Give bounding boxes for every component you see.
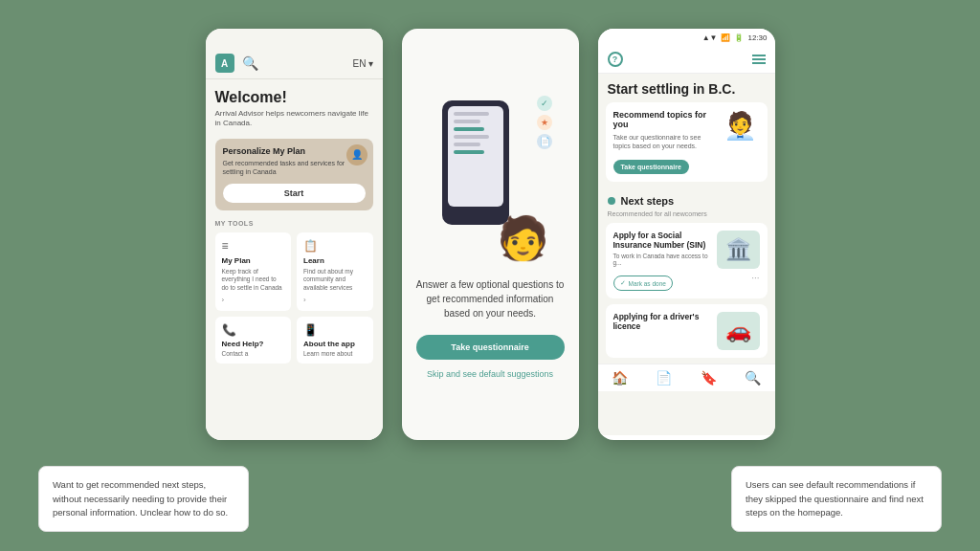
next-steps-dot [608,197,615,205]
float-icon-check: ✓ [537,96,552,111]
welcome-title: Welcome! [215,89,373,106]
illus-check-line [454,127,484,131]
step-text-1: Apply for a Social Insurance Number (SIN… [613,231,709,291]
illus-line-4 [454,143,480,146]
page-title: Start settling in B.C. [608,81,766,97]
illus-check-line-2 [454,150,484,154]
my-plan-title: My Plan [222,256,285,265]
battery-icon: 🔋 [734,33,744,42]
left-phone: A 🔍 EN ▾ Welcome! Arrival Advisor helps … [206,29,383,440]
step-desc-1: To work in Canada have access to g... [613,253,709,266]
step-text-2: Applying for a driver's licence [613,312,709,334]
right-header: Start settling in B.C. [598,74,775,102]
right-nav-bar: ? [598,46,775,74]
about-app-title: About the app [303,340,367,348]
illus-line-3 [454,135,489,139]
recommend-text-area: Recommend topics for you Take our questi… [613,110,714,174]
about-app-sub: Learn more about [303,350,367,357]
tools-section-label: MY TOOLS [215,220,373,227]
nav-home[interactable]: 🏠 [612,370,628,386]
my-plan-arrow: › [222,296,285,304]
annotation-right-text: Users can see default recommendations if… [746,479,924,518]
wifi-icon: ▲▼ [702,33,718,42]
bottom-tools: 📞 Need Help? Contact a 📱 About the app L… [215,317,373,364]
step-title-1: Apply for a Social Insurance Number (SIN… [613,231,709,250]
step-image-1: 🏛️ [717,231,760,269]
plan-card[interactable]: 👤 Personalize My Plan Get recommended ta… [215,139,373,210]
bottom-nav: 🏠 📄 🔖 🔍 [598,364,775,391]
annotation-left: Want to get recommended next steps, with… [38,466,249,532]
chevron-down-icon: ▾ [368,58,373,69]
need-help-tool[interactable]: 📞 Need Help? Contact a [215,317,292,364]
mobile-icon: 📱 [303,323,367,337]
check-icon: ✓ [620,279,626,287]
nav-document[interactable]: 📄 [656,370,672,386]
middle-phone: 🧑 ✓ ★ 📄 Answer a few optional questions … [402,29,579,440]
step-card-2: Applying for a driver's licence 🚗 [606,304,768,358]
recommend-illustration: 🧑‍💼 [722,110,760,174]
right-phone: ▲▼ 📶 🔋 12:30 ? Start settling in B.C. Re… [598,29,775,440]
float-icons: ✓ ★ 📄 [537,96,552,149]
recommend-title: Recommend topics for you [613,110,714,129]
plan-card-subtitle: Get recommended tasks and services for s… [223,159,366,176]
plan-card-title: Personalize My Plan [223,146,366,156]
step-image-2: 🚗 [717,312,760,350]
my-plan-icon: ≡ [222,239,285,253]
language-label: EN [353,58,367,69]
left-status-bar [206,29,383,48]
nav-bookmark[interactable]: 🔖 [701,370,717,386]
next-steps-subtitle: Recommended for all newcomers [598,210,775,223]
main-container: A 🔍 EN ▾ Welcome! Arrival Advisor helps … [0,0,980,551]
learn-tool[interactable]: 📋 Learn Find out about my community and … [297,232,373,311]
take-questionnaire-button[interactable]: Take questionnaire [416,335,565,360]
search-icon[interactable]: 🔍 [242,55,258,71]
tools-grid: ≡ My Plan Keep track of everything I nee… [215,232,373,311]
person-figure: 🧑 [497,213,549,263]
signal-icon: 📶 [721,33,730,42]
about-app-tool[interactable]: 📱 About the app Learn more about [297,317,373,364]
mark-done-label: Mark as done [629,280,666,287]
phone-screen [448,106,503,207]
skip-link[interactable]: Skip and see default suggestions [427,369,553,379]
language-selector[interactable]: EN ▾ [353,58,373,69]
right-status-bar: ▲▼ 📶 🔋 12:30 [598,29,775,46]
annotation-right: Users can see default recommendations if… [731,466,942,532]
float-icon-star: ★ [537,115,552,130]
hamburger-menu[interactable] [752,55,766,64]
learn-icon: 📋 [303,239,367,253]
step-card-1: Apply for a Social Insurance Number (SIN… [606,223,768,298]
learn-desc: Find out about my community and availabl… [303,268,367,292]
next-steps-title: Next steps [621,195,675,207]
left-nav-bar: A 🔍 EN ▾ [206,48,383,79]
take-questionnaire-small-button[interactable]: Take questionnaire [613,160,689,174]
phone-icon: 📞 [222,323,285,337]
illus-lines [448,106,503,164]
plan-avatar: 👤 [346,144,368,165]
left-content: Welcome! Arrival Advisor helps newcomers… [206,79,383,440]
learn-arrow: › [303,296,367,304]
need-help-sub: Contact a [222,350,285,357]
nav-search[interactable]: 🔍 [745,370,761,386]
app-logo: A [215,54,234,73]
illus-line-2 [454,120,480,123]
step-options-dots[interactable]: ··· [751,273,759,283]
annotation-left-text: Want to get recommended next steps, with… [53,479,228,518]
phone-illustration [442,100,509,225]
right-content: Start settling in B.C. Recommend topics … [598,74,775,435]
my-plan-tool[interactable]: ≡ My Plan Keep track of everything I nee… [215,232,292,311]
help-icon[interactable]: ? [608,52,623,67]
my-plan-desc: Keep track of everything I need to do to… [222,268,285,292]
step-title-2: Applying for a driver's licence [613,312,709,331]
float-icon-doc: 📄 [537,134,552,149]
illus-line-1 [454,112,489,116]
mark-done-button[interactable]: ✓ Mark as done [613,276,673,291]
recommend-desc: Take our questionnaire to see topics bas… [613,133,714,150]
welcome-subtitle: Arrival Advisor helps newcomers navigate… [215,109,373,129]
middle-content: 🧑 ✓ ★ 📄 Answer a few optional questions … [402,29,579,440]
middle-description: Answer a few optional questions to get r… [416,277,565,320]
illustration-area: 🧑 ✓ ★ 📄 [423,91,557,263]
next-steps-header: Next steps [598,189,775,210]
clock: 12:30 [747,33,767,42]
start-button[interactable]: Start [223,184,366,203]
learn-title: Learn [303,256,367,265]
